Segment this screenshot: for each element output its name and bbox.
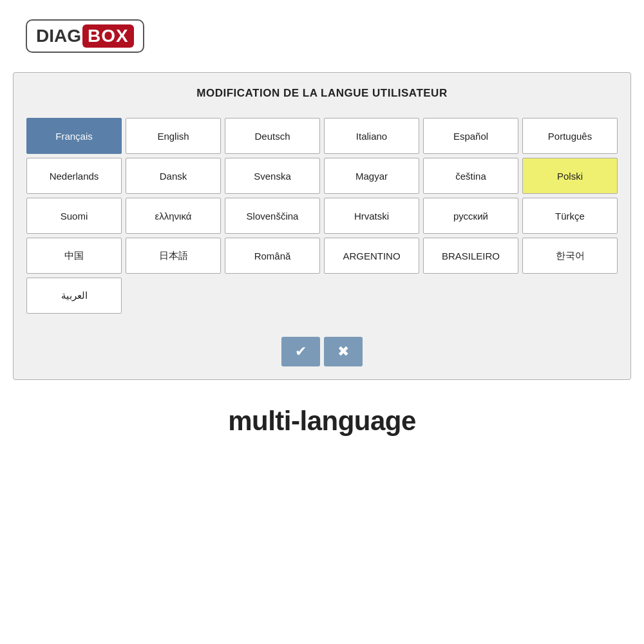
dialog-title: MODIFICATION DE LA LANGUE UTILISATEUR — [14, 73, 630, 111]
logo-box-wrapper: BOX — [82, 24, 134, 48]
logo: DIAG BOX — [26, 19, 144, 53]
dialog-footer: ✔ ✖ — [14, 327, 630, 379]
lang-btn-es[interactable]: Español — [423, 118, 518, 154]
lang-btn-nl[interactable]: Nederlands — [26, 158, 122, 194]
logo-diag: DIAG — [36, 26, 81, 46]
lang-btn-fr[interactable]: Français — [26, 118, 122, 154]
lang-btn-fi[interactable]: Suomi — [26, 198, 122, 234]
lang-btn-pl[interactable]: Polski — [522, 158, 618, 194]
language-dialog: MODIFICATION DE LA LANGUE UTILISATEUR Fr… — [13, 72, 631, 380]
lang-btn-zh[interactable]: 中国 — [26, 238, 122, 274]
lang-btn-el[interactable]: ελληνικά — [126, 198, 221, 234]
lang-btn-it[interactable]: Italiano — [324, 118, 419, 154]
confirm-button[interactable]: ✔ — [281, 337, 320, 366]
lang-btn-ar2[interactable]: ARGENTINO — [324, 238, 419, 274]
footer-caption: multi-language — [228, 406, 416, 437]
lang-btn-br[interactable]: BRASILEIRO — [423, 238, 518, 274]
lang-btn-cs[interactable]: čeština — [423, 158, 518, 194]
lang-btn-ru[interactable]: русский — [423, 198, 518, 234]
lang-btn-ko[interactable]: 한국어 — [522, 238, 618, 274]
lang-btn-de[interactable]: Deutsch — [225, 118, 320, 154]
lang-btn-ar[interactable]: العربية — [26, 278, 122, 314]
lang-btn-ro[interactable]: Română — [225, 238, 320, 274]
lang-btn-da[interactable]: Dansk — [126, 158, 221, 194]
lang-btn-tr[interactable]: Türkçe — [522, 198, 618, 234]
lang-btn-ja[interactable]: 日本語 — [126, 238, 221, 274]
lang-btn-sl[interactable]: Slovenščina — [225, 198, 320, 234]
lang-btn-sv[interactable]: Svenska — [225, 158, 320, 194]
lang-btn-pt[interactable]: Português — [522, 118, 618, 154]
lang-btn-en[interactable]: English — [126, 118, 221, 154]
page-wrapper: DIAG BOX MODIFICATION DE LA LANGUE UTILI… — [0, 0, 644, 644]
header: DIAG BOX — [0, 0, 644, 66]
lang-btn-hr[interactable]: Hrvatski — [324, 198, 419, 234]
lang-btn-hu[interactable]: Magyar — [324, 158, 419, 194]
logo-box: BOX — [88, 26, 129, 46]
cancel-button[interactable]: ✖ — [324, 337, 363, 366]
language-grid: FrançaisEnglishDeutschItalianoEspañolPor… — [14, 111, 630, 327]
